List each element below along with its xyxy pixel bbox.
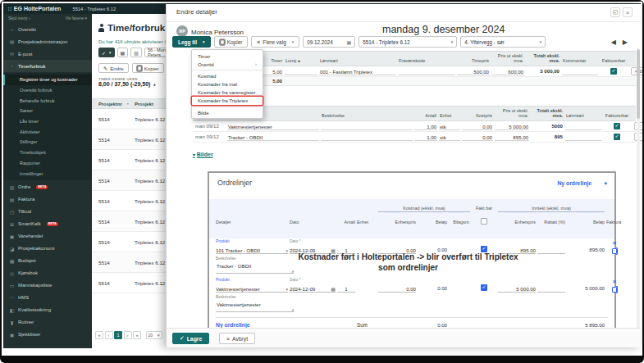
sidebar-item[interactable]: ◧ Kvalitetssikring <box>3 304 92 316</box>
last-page-button[interactable]: » <box>133 331 141 339</box>
faktbar-checkbox[interactable] <box>481 246 487 252</box>
kostnad-beskrivelse-input[interactable] <box>321 133 413 141</box>
next-page-button[interactable]: › <box>124 331 132 339</box>
faktbar-checkbox[interactable] <box>481 284 487 291</box>
date-input[interactable]: 09.12.2024 ▦ <box>303 36 355 48</box>
sidebar-item[interactable]: ⌂ Oversikt <box>3 23 92 35</box>
beskrivelse-textarea[interactable]: Vaktmestertjenester ◢ <box>216 301 294 312</box>
sidebar-subitem[interactable]: Stillinger <box>3 137 92 147</box>
prev-page-button[interactable]: ‹ <box>105 331 113 339</box>
breadcrumb-section[interactable]: Time/forbruk <box>107 23 165 33</box>
kostnad-antall-input[interactable]: 1,00 <box>414 122 437 130</box>
save-button[interactable]: ✓ Lagre <box>172 333 209 344</box>
close-modal-button[interactable]: × <box>623 7 633 17</box>
page-size-select[interactable]: 20▾ <box>146 331 162 339</box>
grid-view-button[interactable]: ▦ <box>117 48 129 57</box>
resize-handle-icon[interactable]: ◢ <box>291 269 294 273</box>
add-menu-item[interactable]: Kostnader fra vareregister › <box>192 88 263 97</box>
sidebar-subitem[interactable]: Satser <box>3 106 92 116</box>
sidebar-item[interactable]: ⊞ SmartKalk BETA <box>3 218 92 230</box>
more-options-button[interactable]: ≡ Flere valg▾ <box>251 36 299 48</box>
add-menu-item[interactable]: Kostnad › <box>192 70 263 80</box>
orderline-date-input[interactable]: 2024-12-09 ▦ <box>290 284 336 293</box>
kostnad-fakturerbar-checkbox[interactable] <box>614 134 620 140</box>
delete-orderline-icon[interactable]: × <box>613 240 617 246</box>
copy-button[interactable]: Kopier <box>132 63 164 73</box>
lunch-icon[interactable]: ● <box>298 58 300 63</box>
pris-ut-input[interactable]: 600,00 <box>491 67 524 75</box>
antall-input[interactable]: 1 <box>337 245 355 254</box>
filter-icon[interactable]: ▼ <box>126 102 129 106</box>
faktbar-all-checkbox[interactable] <box>481 218 487 225</box>
first-page-button[interactable]: « <box>95 331 103 339</box>
kostnad-lonnsart-input[interactable] <box>565 122 601 130</box>
kostnad-enhet-input[interactable]: stk <box>439 122 460 130</box>
kostnad-beskrivelse-input[interactable] <box>321 122 413 130</box>
select-view-button[interactable]: ✓ ▾ <box>98 48 115 57</box>
cancel-button[interactable]: × Avbryt <box>219 333 255 344</box>
add-menu-item[interactable]: Kostnader fra Tripletex › <box>192 97 263 105</box>
calendar-view-button[interactable]: ▥ <box>130 48 142 57</box>
timepris-input[interactable]: 500,00 <box>457 67 490 75</box>
copy-orderline-icon[interactable] <box>612 287 617 293</box>
kostnad-kostpris-input[interactable]: 0,00 <box>462 133 493 141</box>
rabatt-input[interactable] <box>537 245 565 254</box>
sidebar-item[interactable]: ◳ Tilbud <box>3 206 92 218</box>
produkt-select[interactable]: 101 Tracker - OBDII▾ <box>216 245 288 254</box>
sidebar-subitem[interactable]: Innstillinger <box>3 168 92 179</box>
fakturerbar-checkbox[interactable] <box>610 68 617 75</box>
kostnad-prisut-input[interactable]: 895,00 <box>495 133 529 141</box>
col-prosjekt[interactable]: Prosjekt <box>135 102 153 107</box>
sidebar-subitem[interactable]: Timebudsjett <box>3 147 92 158</box>
lunsj-input[interactable] <box>285 67 317 75</box>
sidebar-item[interactable]: ◠ HMS <box>3 292 92 304</box>
add-menu-item[interactable]: Timer › <box>192 52 263 60</box>
kost-enhetspris-input[interactable]: 0.00 <box>378 245 416 254</box>
collapse-panel-icon[interactable]: ▴ <box>604 179 607 186</box>
innt-enhetspris-input[interactable]: 895.00 <box>498 245 536 254</box>
produkt-select[interactable]: Vaktmestertjenester▾ <box>216 284 288 293</box>
add-menu-item[interactable]: Bilde › <box>192 107 263 117</box>
sidebar-subitem[interactable]: Aktiviteter <box>3 126 92 137</box>
sidebar-subitem[interactable]: Lås timer <box>3 116 92 127</box>
sidebar-item[interactable]: ▥ Ordre BETA <box>3 181 92 193</box>
antall-input[interactable]: 1 <box>337 284 355 293</box>
add-button[interactable]: Legg til▾ <box>172 36 211 48</box>
modal-scrollbar[interactable] <box>637 49 640 332</box>
kostnad-navn-input[interactable]: Tracker - OBDII <box>227 133 319 141</box>
orderline-date-input[interactable]: 2024-12-09 ▦ <box>290 245 336 254</box>
kostnad-lonnsart-input[interactable] <box>565 133 601 141</box>
rabatt-input[interactable] <box>537 284 565 293</box>
sidebar-item[interactable]: ◔ Time/forbruk <box>3 60 92 72</box>
add-menu-item[interactable]: Overtid › <box>192 60 263 68</box>
kostnad-navn-input[interactable]: Vaktmestertjenester <box>227 122 319 130</box>
app-logo[interactable]: ∷ EG HoltePortalen <box>3 6 61 11</box>
sidebar-subitem[interactable]: Behandle forbruk <box>3 95 92 106</box>
sidebar-subitem[interactable]: Oversikt forbruk <box>3 85 92 96</box>
sidebar-item[interactable]: ▮ Rutiner <box>3 316 92 329</box>
add-menu-item[interactable]: Kostnader fra mal › <box>192 80 263 88</box>
col-prosjektnr[interactable]: Prosjektnr <box>98 102 122 107</box>
collapse-menu-button[interactable]: Skjul meny ‹ <box>8 16 30 20</box>
delete-orderline-icon[interactable]: × <box>613 279 617 284</box>
sidebar-item[interactable]: ▣ Varehandel <box>3 230 92 243</box>
show-tabs-button[interactable]: Vis fanene ▾ <box>66 16 87 20</box>
new-orderline-link-top[interactable]: Ny ordrelinje <box>557 180 591 186</box>
sidebar-subitem[interactable]: Registrer timer og kostnader <box>3 75 92 85</box>
kostnad-prisut-input[interactable]: 5 000,00 <box>495 122 529 130</box>
current-page-button[interactable]: 1 <box>114 331 122 339</box>
copy-orderline-icon[interactable] <box>612 248 617 254</box>
innt-enhetspris-input[interactable]: 5 000.00 <box>498 284 536 293</box>
kommentar-input[interactable] <box>562 67 598 75</box>
fravaerskode-input[interactable] <box>398 67 455 75</box>
sidebar-item[interactable]: ◪ Prosjektøkonomi <box>3 243 92 255</box>
kostnad-antall-input[interactable]: 1,00 <box>414 133 437 141</box>
sidebar-item[interactable]: ▤ Prosjektadministrasjon <box>3 35 92 48</box>
kost-enhetspris-input[interactable]: 0.00 <box>378 284 416 293</box>
expand-modal-button[interactable]: ◱ <box>610 7 620 17</box>
edit-button[interactable]: ✎ Endre <box>98 63 129 73</box>
sidebar-item[interactable]: ✉ E-post <box>3 48 92 60</box>
activity-select[interactable]: 4. Yttervegg - sør▾ <box>460 36 546 48</box>
new-orderline-link-bottom[interactable]: Ny ordrelinje <box>216 322 336 328</box>
sidebar-item[interactable]: ▤ Faktura <box>3 193 92 206</box>
